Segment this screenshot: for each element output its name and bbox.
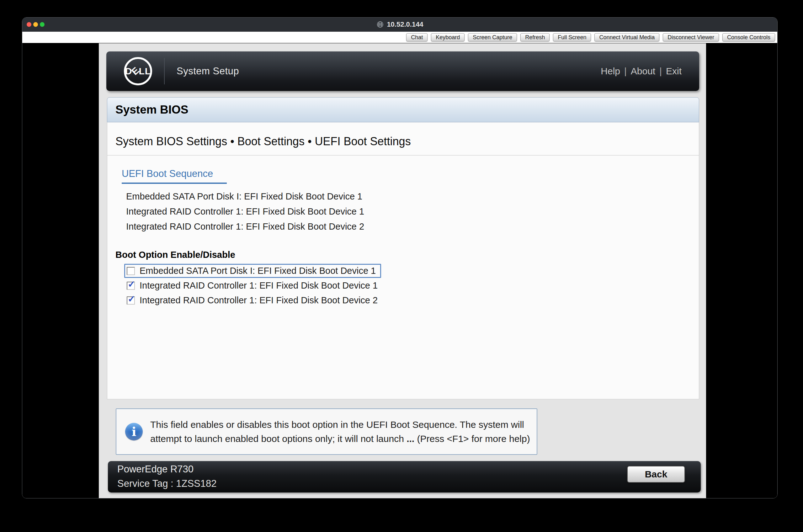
boot-sequence-item: Embedded SATA Port Disk I: EFI Fixed Dis… <box>126 189 699 204</box>
viewer-window: 10.52.0.144 Chat Keyboard Screen Capture… <box>22 17 778 498</box>
link-separator: | <box>624 66 627 77</box>
toolbar-button-refresh[interactable]: Refresh <box>520 33 550 41</box>
system-setup-header: DELL System Setup Help | About | Exit <box>106 52 699 91</box>
uefi-boot-sequence-link[interactable]: UEFI Boot Sequence <box>122 168 227 184</box>
footer-model: PowerEdge R730 <box>117 463 193 475</box>
checkbox[interactable] <box>127 267 135 275</box>
help-text-line2: attempt to launch enabled boot options o… <box>150 432 530 446</box>
page-title: System BIOS <box>115 103 188 116</box>
dell-logo: DELL <box>124 57 152 85</box>
boot-option-label: Integrated RAID Controller 1: EFI Fixed … <box>139 295 378 305</box>
ellipsis: ... <box>406 434 414 444</box>
checkmark-icon: ✓ <box>128 294 135 304</box>
link-separator: | <box>659 66 662 77</box>
dell-logo-text: DELL <box>125 66 151 77</box>
info-icon: i <box>125 423 143 440</box>
window-title-group: 10.52.0.144 <box>376 20 423 28</box>
toolbar-button-keyboard[interactable]: Keyboard <box>431 33 464 41</box>
header-links: Help | About | Exit <box>601 66 682 77</box>
exit-link[interactable]: Exit <box>666 66 682 77</box>
kvm-viewport: DELL System Setup Help | About | Exit Sy… <box>22 43 777 498</box>
toolbar-button-screen-capture[interactable]: Screen Capture <box>468 33 517 41</box>
boot-option-label: Embedded SATA Port Disk I: EFI Fixed Dis… <box>139 266 376 276</box>
viewer-toolbar: Chat Keyboard Screen Capture Refresh Ful… <box>22 32 777 43</box>
close-button[interactable] <box>27 22 31 27</box>
section-title-bar: System BIOS <box>107 97 699 122</box>
window-controls <box>27 22 44 27</box>
uefi-boot-sequence-list: Embedded SATA Port Disk I: EFI Fixed Dis… <box>126 189 699 234</box>
boot-option-list: Embedded SATA Port Disk I: EFI Fixed Dis… <box>124 264 699 307</box>
window-title: 10.52.0.144 <box>387 20 423 28</box>
settings-content: System BIOS Settings • Boot Settings • U… <box>107 122 699 399</box>
boot-option-row[interactable]: ✓ Integrated RAID Controller 1: EFI Fixe… <box>124 279 383 293</box>
help-link[interactable]: Help <box>601 66 620 77</box>
toolbar-button-full-screen[interactable]: Full Screen <box>553 33 591 41</box>
checkbox[interactable]: ✓ <box>127 282 135 290</box>
bios-screen: DELL System Setup Help | About | Exit Sy… <box>99 43 706 498</box>
screen: 10.52.0.144 Chat Keyboard Screen Capture… <box>0 0 803 532</box>
boot-sequence-item: Integrated RAID Controller 1: EFI Fixed … <box>126 219 699 234</box>
header-divider <box>164 58 165 84</box>
window-titlebar: 10.52.0.144 <box>22 18 777 32</box>
toolbar-button-disconnect-viewer[interactable]: Disconnect Viewer <box>663 33 719 41</box>
toolbar-button-chat[interactable]: Chat <box>406 33 427 41</box>
toolbar-button-connect-virtual-media[interactable]: Connect Virtual Media <box>594 33 659 41</box>
system-setup-title: System Setup <box>177 65 239 77</box>
boot-option-row[interactable]: ✓ Integrated RAID Controller 1: EFI Fixe… <box>124 293 383 307</box>
about-link[interactable]: About <box>631 66 655 77</box>
bios-footer: PowerEdge R730 Service Tag : 1ZSS182 Bac… <box>108 461 701 493</box>
breadcrumb: System BIOS Settings • Boot Settings • U… <box>107 122 699 148</box>
help-box: i This field enables or disables this bo… <box>116 408 537 455</box>
minimize-button[interactable] <box>33 22 38 27</box>
help-text: This field enables or disables this boot… <box>150 418 530 446</box>
help-text-line1: This field enables or disables this boot… <box>150 418 530 432</box>
zoom-button[interactable] <box>40 22 44 27</box>
globe-icon <box>376 21 384 28</box>
boot-sequence-item: Integrated RAID Controller 1: EFI Fixed … <box>126 204 699 219</box>
boot-option-label: Integrated RAID Controller 1: EFI Fixed … <box>139 281 378 291</box>
checkbox[interactable]: ✓ <box>127 297 135 305</box>
footer-service-tag: Service Tag : 1ZSS182 <box>117 478 217 489</box>
boot-option-row[interactable]: Embedded SATA Port Disk I: EFI Fixed Dis… <box>124 264 381 278</box>
toolbar-button-console-controls[interactable]: Console Controls <box>722 33 775 41</box>
checkmark-icon: ✓ <box>128 280 135 289</box>
back-button[interactable]: Back <box>627 466 685 483</box>
boot-option-enable-disable-label: Boot Option Enable/Disable <box>115 250 699 260</box>
